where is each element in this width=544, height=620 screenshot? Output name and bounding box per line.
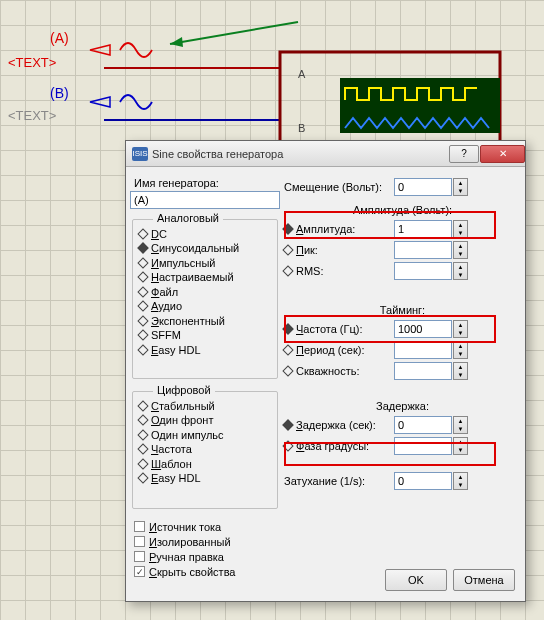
radio-diamond-icon: [137, 472, 148, 483]
amp-option-0[interactable]: Амплитуда:: [284, 223, 394, 235]
radio-diamond-icon: [137, 228, 148, 239]
generator-name-input[interactable]: [130, 191, 280, 209]
checkbox-label: Ручная правка: [149, 551, 224, 563]
amp-input-0[interactable]: [394, 220, 452, 238]
time-option-1[interactable]: Период (сек):: [284, 344, 394, 356]
delay-spin-1[interactable]: ▲▼: [453, 437, 468, 455]
time-input-0[interactable]: [394, 320, 452, 338]
radio-diamond-icon: [282, 223, 293, 234]
offset-label: Смещение (Вольт):: [284, 181, 394, 193]
amp-input-2[interactable]: [394, 262, 452, 280]
time-option-0[interactable]: Частота (Гц):: [284, 323, 394, 335]
option-label: Частота (Гц):: [296, 323, 362, 335]
cancel-button[interactable]: Отмена: [453, 569, 515, 591]
titlebar[interactable]: ISIS Sine свойства генератора ? ✕: [126, 141, 525, 167]
damping-input[interactable]: [394, 472, 452, 490]
analog-radio-1[interactable]: Синусоидальный: [139, 241, 271, 255]
digital-radio-2[interactable]: Один импульс: [139, 428, 271, 442]
checkbox-icon: [134, 521, 145, 532]
radio-label: Один фронт: [151, 414, 213, 426]
delay-spin-0[interactable]: ▲▼: [453, 416, 468, 434]
delay-option-0[interactable]: Задержка (сек):: [284, 419, 394, 431]
radio-diamond-icon: [282, 344, 293, 355]
radio-diamond-icon: [282, 323, 293, 334]
time-spin-2[interactable]: ▲▼: [453, 362, 468, 380]
digital-radio-5[interactable]: Easy HDL: [139, 471, 271, 485]
radio-diamond-icon: [137, 286, 148, 297]
offset-input[interactable]: [394, 178, 452, 196]
radio-label: Easy HDL: [151, 344, 201, 356]
radio-diamond-icon: [137, 242, 148, 253]
radio-label: Один импульс: [151, 429, 224, 441]
name-label: Имя генератора:: [134, 177, 280, 189]
radio-diamond-icon: [137, 414, 148, 425]
delay-input-0[interactable]: [394, 416, 452, 434]
amp-input-1[interactable]: [394, 241, 452, 259]
radio-diamond-icon: [282, 440, 293, 451]
analog-radio-4[interactable]: Файл: [139, 285, 271, 299]
checkbox-label: Изолированный: [149, 536, 231, 548]
option-label: Период (сек):: [296, 344, 364, 356]
help-button[interactable]: ?: [449, 145, 479, 163]
close-button[interactable]: ✕: [480, 145, 525, 163]
analog-radio-5[interactable]: Аудио: [139, 299, 271, 313]
checkbox-2[interactable]: Ручная правка: [134, 549, 276, 564]
amp-spin-1[interactable]: ▲▼: [453, 241, 468, 259]
radio-label: Импульсный: [151, 257, 215, 269]
radio-label: Файл: [151, 286, 178, 298]
amp-option-2[interactable]: RMS:: [284, 265, 394, 277]
radio-label: SFFM: [151, 329, 181, 341]
analog-legend: Аналоговый: [153, 212, 223, 224]
option-label: RMS:: [296, 265, 324, 277]
radio-diamond-icon: [137, 271, 148, 282]
checkbox-label: Скрыть свойства: [149, 566, 235, 578]
amp-spin-0[interactable]: ▲▼: [453, 220, 468, 238]
sine-properties-dialog: ISIS Sine свойства генератора ? ✕ Имя ге…: [125, 140, 526, 602]
time-spin-1[interactable]: ▲▼: [453, 341, 468, 359]
analog-radio-2[interactable]: Импульсный: [139, 256, 271, 270]
radio-label: Стабильный: [151, 400, 215, 412]
radio-diamond-icon: [137, 329, 148, 340]
checkbox-1[interactable]: Изолированный: [134, 534, 276, 549]
radio-label: Easy HDL: [151, 472, 201, 484]
time-input-2[interactable]: [394, 362, 452, 380]
time-option-2[interactable]: Скважность:: [284, 365, 394, 377]
option-label: Фаза градусы:: [296, 440, 369, 452]
radio-diamond-icon: [137, 443, 148, 454]
delay-section: Задержка:: [284, 400, 521, 412]
analog-radio-7[interactable]: SFFM: [139, 328, 271, 342]
radio-diamond-icon: [137, 300, 148, 311]
time-input-1[interactable]: [394, 341, 452, 359]
radio-label: DC: [151, 228, 167, 240]
window-title: Sine свойства генератора: [152, 148, 448, 160]
checkbox-label: Источник тока: [149, 521, 221, 533]
radio-label: Аудио: [151, 300, 182, 312]
damping-spin[interactable]: ▲▼: [453, 472, 468, 490]
analog-radio-8[interactable]: Easy HDL: [139, 343, 271, 357]
amp-option-1[interactable]: Пик:: [284, 244, 394, 256]
amp-spin-2[interactable]: ▲▼: [453, 262, 468, 280]
checkbox-0[interactable]: Источник тока: [134, 519, 276, 534]
digital-radio-0[interactable]: Стабильный: [139, 399, 271, 413]
radio-diamond-icon: [137, 257, 148, 268]
radio-diamond-icon: [282, 265, 293, 276]
radio-diamond-icon: [137, 315, 148, 326]
digital-radio-4[interactable]: Шаблон: [139, 457, 271, 471]
checkbox-icon: ✓: [134, 566, 145, 577]
checkbox-3[interactable]: ✓Скрыть свойства: [134, 564, 276, 579]
digital-group: Цифровой СтабильныйОдин фронтОдин импуль…: [132, 391, 278, 509]
offset-spin[interactable]: ▲▼: [453, 178, 468, 196]
analog-radio-6[interactable]: Экспонентный: [139, 314, 271, 328]
analog-radio-3[interactable]: Настраиваемый: [139, 270, 271, 284]
analog-radio-0[interactable]: DC: [139, 227, 271, 241]
time-spin-0[interactable]: ▲▼: [453, 320, 468, 338]
delay-input-1[interactable]: [394, 437, 452, 455]
radio-label: Настраиваемый: [151, 271, 234, 283]
radio-label: Частота: [151, 443, 192, 455]
digital-radio-3[interactable]: Частота: [139, 442, 271, 456]
ok-button[interactable]: OK: [385, 569, 447, 591]
radio-diamond-icon: [282, 365, 293, 376]
radio-label: Синусоидальный: [151, 242, 239, 254]
digital-radio-1[interactable]: Один фронт: [139, 413, 271, 427]
delay-option-1[interactable]: Фаза градусы:: [284, 440, 394, 452]
